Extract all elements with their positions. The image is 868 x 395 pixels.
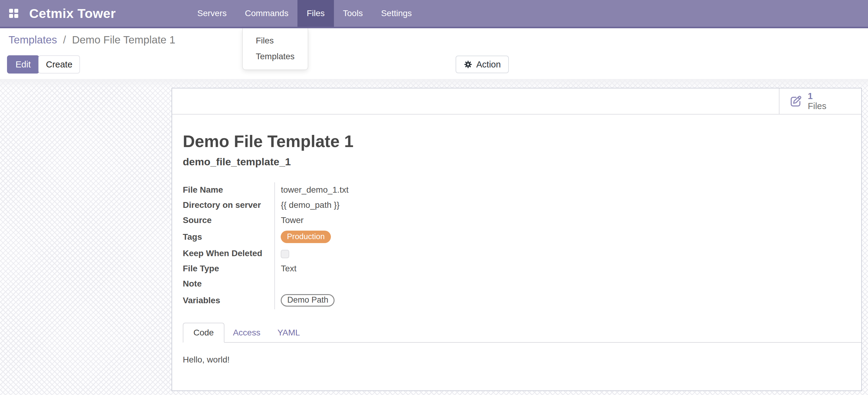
field-value: {{ demo_path }} xyxy=(275,197,488,213)
field-label: Keep When Deleted xyxy=(183,246,275,261)
notebook-tabs: Code Access YAML xyxy=(183,323,861,343)
content-top-fade xyxy=(0,79,868,88)
field-value xyxy=(275,276,488,291)
field-row-keep-when-deleted: Keep When Deleted xyxy=(183,246,488,261)
apps-grid-dot xyxy=(9,14,13,18)
action-button[interactable]: Action xyxy=(456,56,509,73)
field-row-file-type: File Type Text xyxy=(183,261,488,276)
nav-item-files[interactable]: Files xyxy=(298,0,334,27)
nav-item-tools[interactable]: Tools xyxy=(334,0,372,27)
apps-grid-dot xyxy=(14,9,18,13)
tab-code[interactable]: Code xyxy=(183,323,224,343)
nav-menu: Servers Commands Files Tools Settings xyxy=(188,0,421,27)
breadcrumb-separator: / xyxy=(60,34,69,45)
field-label: File Name xyxy=(183,182,275,197)
app-brand[interactable]: Cetmix Tower xyxy=(29,6,116,21)
nav-item-servers[interactable]: Servers xyxy=(188,0,236,27)
tab-yaml[interactable]: YAML xyxy=(269,323,308,342)
field-row-tags: Tags Production xyxy=(183,228,488,246)
record-reference: demo_file_template_1 xyxy=(183,156,851,168)
record-title: Demo File Template 1 xyxy=(183,132,851,151)
sheet-body: Demo File Template 1 demo_file_template_… xyxy=(172,132,861,365)
form-sheet: 1 Files Demo File Template 1 demo_file_t… xyxy=(172,88,862,391)
field-value xyxy=(275,246,488,261)
pen-square-icon xyxy=(788,95,803,108)
breadcrumb-current: Demo File Template 1 xyxy=(72,34,176,45)
variable-pill-demo-path: Demo Path xyxy=(281,294,335,306)
field-value: Production xyxy=(275,228,488,246)
status-bar: 1 Files xyxy=(172,89,861,114)
edit-button[interactable]: Edit xyxy=(7,55,39,73)
breadcrumb-parent-link[interactable]: Templates xyxy=(8,34,57,45)
action-button-label: Action xyxy=(476,60,501,70)
menu-item-files[interactable]: Files xyxy=(243,33,308,48)
field-label: Tags xyxy=(183,228,275,246)
field-row-note: Note xyxy=(183,276,488,291)
create-button[interactable]: Create xyxy=(38,55,80,73)
field-label: Note xyxy=(183,276,275,291)
top-navbar: Cetmix Tower Servers Commands Files Tool… xyxy=(0,0,868,28)
field-value: Text xyxy=(275,261,488,276)
apps-grid-dot xyxy=(9,9,13,13)
nav-item-commands[interactable]: Commands xyxy=(236,0,298,27)
apps-grid-dot xyxy=(14,14,18,18)
field-value: Demo Path xyxy=(275,291,488,309)
files-stat-label: Files xyxy=(808,101,826,111)
menu-item-templates[interactable]: Templates xyxy=(243,48,308,64)
files-count: 1 xyxy=(808,91,826,101)
tab-access[interactable]: Access xyxy=(224,323,269,342)
apps-grid-icon[interactable] xyxy=(9,9,18,18)
control-panel: Templates / Demo File Template 1 Edit Cr… xyxy=(0,28,868,79)
code-tab-content: Hello, world! xyxy=(183,355,851,365)
field-label: Directory on server xyxy=(183,197,275,213)
field-label: File Type xyxy=(183,261,275,276)
field-value: tower_demo_1.txt xyxy=(275,182,488,197)
gear-icon xyxy=(464,60,473,69)
files-dropdown-menu: Files Templates xyxy=(242,28,308,70)
page: Cetmix Tower Servers Commands Files Tool… xyxy=(0,0,868,395)
field-label: Source xyxy=(183,213,275,228)
breadcrumb: Templates / Demo File Template 1 xyxy=(8,34,176,46)
keep-when-deleted-checkbox xyxy=(281,250,289,258)
field-value: Tower xyxy=(275,213,488,228)
nav-item-settings[interactable]: Settings xyxy=(372,0,421,27)
field-row-source: Source Tower xyxy=(183,213,488,228)
stat-text: 1 Files xyxy=(808,91,826,111)
files-stat-button[interactable]: 1 Files xyxy=(779,89,861,114)
field-row-directory: Directory on server {{ demo_path }} xyxy=(183,197,488,213)
field-row-variables: Variables Demo Path xyxy=(183,291,488,309)
field-group: File Name tower_demo_1.txt Directory on … xyxy=(183,182,488,309)
field-label: Variables xyxy=(183,291,275,309)
field-row-file-name: File Name tower_demo_1.txt xyxy=(183,182,488,197)
tag-badge-production: Production xyxy=(281,231,331,243)
form-view-background: 1 Files Demo File Template 1 demo_file_t… xyxy=(0,79,868,395)
